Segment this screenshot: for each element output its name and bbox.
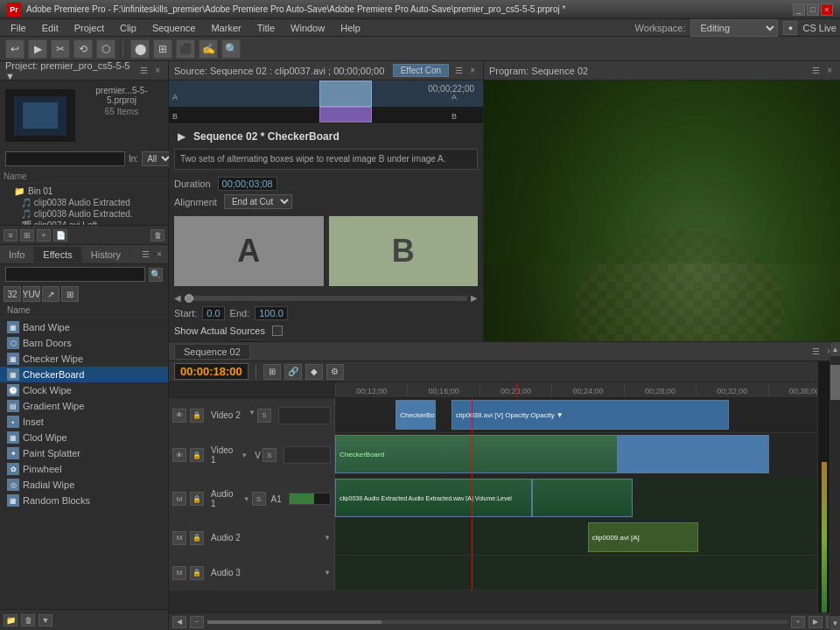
effects-panel-menu[interactable]: ☰ — [139, 248, 152, 260]
alignment-select[interactable]: End at Cut — [224, 194, 292, 209]
vscroll-down[interactable]: ▼ — [830, 616, 840, 630]
effect-inset[interactable]: ▪ Inset — [0, 414, 168, 430]
effects-btn-2[interactable]: YUV — [23, 286, 40, 302]
effect-play-btn[interactable]: ▶ — [174, 130, 188, 144]
track-a1-sync[interactable]: S — [252, 492, 266, 506]
tl-marker-btn[interactable]: ◆ — [305, 364, 323, 380]
toolbar-btn-9[interactable]: ✍ — [199, 39, 218, 59]
program-monitor-menu[interactable]: ☰ — [809, 65, 822, 76]
project-bin01[interactable]: 📁 Bin 01 — [0, 186, 168, 197]
tf-zoom-in[interactable]: + — [791, 616, 805, 628]
track-v2-lock[interactable]: 🔒 — [190, 409, 204, 423]
toolbar-btn-3[interactable]: ✂ — [51, 39, 70, 59]
timeline-current-time[interactable]: 00:00:18:00 — [174, 363, 248, 380]
effect-pinwheel[interactable]: ✿ Pinwheel — [0, 461, 168, 477]
close-button[interactable]: × — [821, 4, 833, 16]
tf-btn-2[interactable]: ▶ — [808, 616, 822, 628]
maximize-button[interactable]: □ — [807, 4, 819, 16]
effects-search-input[interactable] — [5, 267, 145, 282]
project-icon-view[interactable]: ⊞ — [20, 229, 34, 242]
slider-track[interactable] — [185, 296, 467, 301]
effect-checkerboard[interactable]: ▦ CheckerBoard — [0, 367, 168, 382]
effects-collapse[interactable]: ▼ — [38, 614, 52, 626]
track-a2-lock[interactable]: 🔒 — [190, 531, 204, 545]
track-v1-expand[interactable]: ▼ — [241, 452, 248, 459]
tl-settings-btn[interactable]: ⚙ — [326, 364, 344, 380]
clip-checkerboard-v2[interactable]: CheckerBoar — [396, 400, 436, 430]
vscroll-thumb[interactable] — [830, 365, 840, 400]
track-v1-visibility[interactable]: 👁 — [172, 448, 186, 462]
effects-btn-3[interactable]: ↗ — [42, 286, 60, 302]
menu-help[interactable]: Help — [333, 21, 368, 35]
menu-clip[interactable]: Clip — [113, 21, 144, 35]
effect-checker-wipe[interactable]: ▦ Checker Wipe — [0, 351, 168, 367]
vscroll-up[interactable]: ▲ — [830, 342, 840, 356]
toolbar-btn-2[interactable]: ▶ — [28, 39, 47, 59]
effects-btn-1[interactable]: 32 — [4, 286, 21, 302]
tl-snap-btn[interactable]: ⊞ — [263, 364, 281, 380]
menu-edit[interactable]: Edit — [35, 21, 66, 35]
start-value[interactable]: 0.0 — [202, 306, 224, 320]
source-monitor-close[interactable]: × — [467, 65, 478, 76]
effects-btn-4[interactable]: ⊞ — [61, 286, 79, 302]
project-panel-menu[interactable]: ☰ — [137, 65, 150, 76]
tf-btn-1[interactable]: ◀ — [172, 616, 186, 628]
timeline-tab[interactable]: Sequence 02 — [174, 344, 250, 360]
effect-band-wipe[interactable]: ▦ Band Wipe — [0, 319, 168, 335]
effect-barn-doors[interactable]: ⬡ Barn Doors — [0, 335, 168, 351]
toolbar-btn-4[interactable]: ⟲ — [74, 39, 93, 59]
effect-clod-wipe[interactable]: ▦ Clod Wipe — [0, 430, 168, 445]
track-a2-mute[interactable]: M — [172, 531, 186, 545]
project-panel-close[interactable]: × — [152, 65, 163, 76]
track-v2-visibility[interactable]: 👁 — [172, 409, 186, 423]
slider-thumb[interactable] — [185, 294, 193, 303]
project-new-item[interactable]: 📄 — [53, 229, 67, 242]
menu-sequence[interactable]: Sequence — [145, 21, 203, 35]
menu-project[interactable]: Project — [67, 21, 111, 35]
tab-history[interactable]: History — [82, 247, 130, 262]
track-a1-mute[interactable]: M — [172, 492, 186, 506]
effect-gradient-wipe[interactable]: ▤ Gradient Wipe — [0, 398, 168, 414]
tf-slider[interactable] — [207, 620, 788, 624]
clip-audio1-main[interactable]: clip0038 Audio Extracted Audio Extracted… — [335, 479, 532, 517]
menu-file[interactable]: File — [4, 21, 33, 35]
duration-value[interactable]: 00;00;03;08 — [218, 177, 277, 191]
toolbar-btn-6[interactable]: ⬤ — [130, 39, 150, 59]
clip-v1-main[interactable]: CheckerBoard — [335, 435, 618, 473]
effect-paint-splatter[interactable]: ✦ Paint Splatter — [0, 445, 168, 461]
effect-random-blocks[interactable]: ▦ Random Blocks — [0, 493, 168, 508]
effects-new-folder[interactable]: 📁 — [4, 614, 18, 626]
menu-marker[interactable]: Marker — [204, 21, 248, 35]
effects-delete[interactable]: 🗑 — [21, 614, 35, 626]
effect-clock-wipe[interactable]: 🕐 Clock Wipe — [0, 382, 168, 398]
effect-radial-wipe[interactable]: ◎ Radial Wipe — [0, 477, 168, 493]
clip-audio1-second[interactable] — [532, 479, 633, 517]
track-a1-expand[interactable]: ▼ — [243, 495, 250, 503]
track-v2-sync[interactable]: S — [257, 409, 271, 423]
program-monitor-close[interactable]: × — [824, 65, 835, 76]
track-v1-sync2[interactable]: S — [262, 448, 276, 462]
project-search-input[interactable] — [5, 151, 125, 166]
toolbar-btn-1[interactable]: ↩ — [5, 39, 24, 59]
workspace-select[interactable]: Editing — [690, 19, 778, 37]
clip-video2-main[interactable]: clip0038.avi [V] Opacity:Opacity ▼ — [452, 400, 729, 430]
toolbar-btn-5[interactable]: ⬡ — [96, 39, 116, 59]
show-actual-sources-checkbox[interactable] — [272, 326, 283, 336]
timeline-panel-menu[interactable]: ☰ — [809, 346, 822, 357]
track-v2-expand[interactable]: ▼ — [248, 409, 256, 423]
end-value[interactable]: 100.0 — [255, 306, 288, 320]
clip-v1-second[interactable] — [618, 435, 769, 473]
tl-link-btn[interactable]: 🔗 — [284, 364, 302, 380]
tf-zoom-out[interactable]: − — [190, 616, 204, 628]
minimize-button[interactable]: _ — [793, 4, 805, 16]
effects-search-icon[interactable]: 🔍 — [149, 268, 163, 282]
toolbar-btn-8[interactable]: ⬛ — [176, 39, 195, 59]
project-list-view[interactable]: ≡ — [4, 229, 18, 242]
clip-audio2-main[interactable]: clip0009.avi [A] — [588, 522, 699, 552]
effects-panel-close[interactable]: × — [154, 248, 164, 260]
track-v1-lock[interactable]: 🔒 — [190, 448, 204, 462]
tab-effects[interactable]: Effects — [34, 247, 81, 262]
track-a3-lock[interactable]: 🔒 — [190, 566, 204, 580]
cs-live-label[interactable]: CS Live — [802, 23, 836, 33]
menu-window[interactable]: Window — [284, 21, 332, 35]
